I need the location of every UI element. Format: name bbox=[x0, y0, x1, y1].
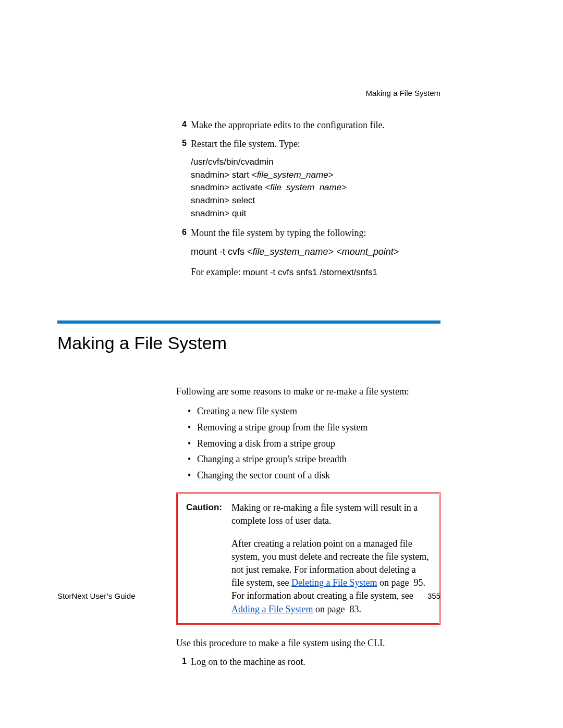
section-title: Making a File System bbox=[57, 333, 440, 353]
step-number: 6 bbox=[176, 226, 187, 240]
list-item: Changing a stripe group's stripe breadth bbox=[188, 451, 440, 467]
caution-box: Caution: Making or re-making a file syst… bbox=[176, 492, 440, 625]
section-rule bbox=[57, 320, 440, 324]
link-adding-fs[interactable]: Adding a File System bbox=[231, 604, 313, 614]
step-6: 6 Mount the file system by typing the fo… bbox=[176, 226, 440, 240]
code-line: /usr/cvfs/bin/cvadmin bbox=[191, 156, 440, 169]
caution-paragraph: Making or re-making a file system will r… bbox=[231, 501, 431, 527]
list-item: Removing a disk from a stripe group bbox=[188, 436, 440, 452]
list-item: Changing the sector count of a disk bbox=[188, 467, 440, 484]
step-text: Make the appropriate edits to the config… bbox=[191, 118, 440, 132]
running-head: Making a File System bbox=[57, 89, 440, 97]
step-5: 5 Restart the file system. Type: bbox=[176, 137, 440, 151]
post-caution-text: Use this procedure to make a file system… bbox=[176, 636, 440, 650]
step-number: 4 bbox=[176, 118, 187, 132]
step-number: 5 bbox=[176, 137, 187, 151]
link-deleting-fs[interactable]: Deleting a File System bbox=[291, 577, 377, 588]
step-number: 1 bbox=[176, 655, 187, 669]
step-text: Mount the file system by typing the foll… bbox=[191, 226, 440, 240]
example-line: For example: mount -t cvfs snfs1 /storne… bbox=[191, 265, 440, 279]
footer-page-number: 355 bbox=[427, 591, 440, 600]
code-line: snadmin> activate <file_system_name> bbox=[191, 181, 440, 194]
code-line: snadmin> start <file_system_name> bbox=[191, 169, 440, 182]
reasons-list: Creating a new file system Removing a st… bbox=[188, 403, 440, 483]
step-1: 1 Log on to the machine as root. bbox=[176, 655, 440, 669]
intro-text: Following are some reasons to make or re… bbox=[176, 385, 440, 398]
list-item: Creating a new file system bbox=[188, 403, 440, 419]
code-block-cvadmin: /usr/cvfs/bin/cvadmin snadmin> start <fi… bbox=[191, 156, 440, 220]
code-line: snadmin> quit bbox=[191, 207, 440, 220]
code-line-mount: mount -t cvfs <file_system_name> <mount_… bbox=[191, 245, 440, 258]
page-footer: StorNext User’s Guide 355 bbox=[57, 591, 440, 600]
code-line: snadmin> select bbox=[191, 194, 440, 207]
footer-left: StorNext User’s Guide bbox=[57, 591, 136, 600]
list-item: Removing a stripe group from the file sy… bbox=[188, 419, 440, 436]
step-text: Restart the file system. Type: bbox=[191, 137, 440, 151]
step-4: 4 Make the appropriate edits to the conf… bbox=[176, 118, 440, 132]
caution-paragraph: After creating a relation point on a man… bbox=[231, 537, 431, 616]
step-text: Log on to the machine as root. bbox=[191, 655, 440, 669]
